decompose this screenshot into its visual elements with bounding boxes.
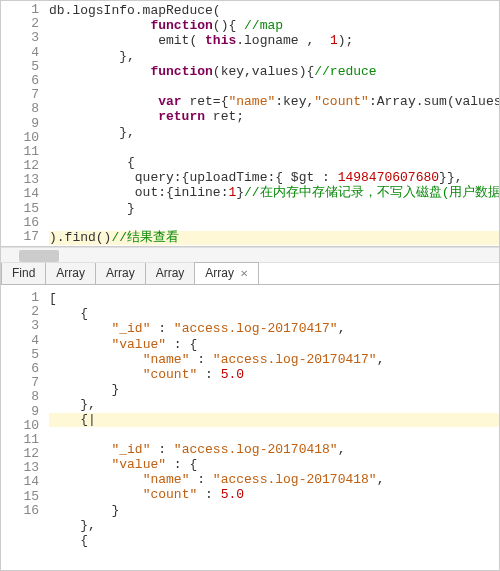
- editor-gutter: 1234567891011121314151617: [1, 1, 45, 246]
- code-line[interactable]: },: [49, 49, 135, 64]
- code-line[interactable]: "count" : 5.0: [49, 367, 244, 382]
- code-line[interactable]: function(){ //map: [49, 18, 283, 33]
- line-number: 9: [19, 405, 39, 419]
- line-number: 17: [19, 230, 39, 244]
- code-line[interactable]: {: [49, 155, 135, 170]
- line-number: 6: [19, 362, 39, 376]
- result-code[interactable]: [ { "_id" : "access.log-20170417", "valu…: [45, 289, 499, 569]
- code-line[interactable]: "_id" : "access.log-20170418",: [49, 442, 345, 457]
- line-number: 3: [19, 319, 39, 333]
- line-number: 8: [19, 102, 39, 116]
- code-line[interactable]: "_id" : "access.log-20170417",: [49, 321, 345, 336]
- tab-label: Array: [205, 266, 234, 280]
- code-line[interactable]: },: [49, 518, 96, 533]
- line-number: 11: [19, 145, 39, 159]
- code-line[interactable]: }: [49, 503, 119, 518]
- line-number: 1: [19, 291, 39, 305]
- line-number: 7: [19, 376, 39, 390]
- line-number: 15: [19, 202, 39, 216]
- line-number: 3: [19, 31, 39, 45]
- code-line[interactable]: query:{uploadTime:{ $gt : 1498470607680}…: [49, 170, 462, 185]
- line-number: 4: [19, 334, 39, 348]
- code-line[interactable]: [: [49, 291, 57, 306]
- line-number: 5: [19, 60, 39, 74]
- line-number: 4: [19, 46, 39, 60]
- code-line[interactable]: db.logsInfo.mapReduce(: [49, 3, 221, 18]
- code-line[interactable]: {: [49, 306, 88, 321]
- line-number: 5: [19, 348, 39, 362]
- horizontal-scrollbar[interactable]: [1, 247, 499, 263]
- result-tab-bar: FindArrayArrayArrayArray✕: [1, 263, 499, 285]
- code-line[interactable]: function(key,values){//reduce: [49, 64, 377, 79]
- line-number: 6: [19, 74, 39, 88]
- code-line[interactable]: return ret;: [49, 109, 244, 124]
- code-line[interactable]: "name" : "access.log-20170417",: [49, 352, 384, 367]
- line-number: 11: [19, 433, 39, 447]
- code-line[interactable]: out:{inline:1}//在内存中存储记录，不写入磁盘(用户数据量少的场景…: [49, 185, 499, 200]
- line-number: 13: [19, 173, 39, 187]
- line-number: 16: [19, 216, 39, 230]
- line-number: 8: [19, 390, 39, 404]
- code-line[interactable]: }: [49, 201, 135, 216]
- line-number: 9: [19, 117, 39, 131]
- code-line[interactable]: {: [49, 533, 88, 548]
- line-number: 14: [19, 187, 39, 201]
- line-number: 2: [19, 17, 39, 31]
- result-tab[interactable]: Find: [1, 262, 46, 284]
- line-number: 15: [19, 490, 39, 504]
- code-line[interactable]: },: [49, 125, 135, 140]
- line-number: 12: [19, 159, 39, 173]
- line-number: 10: [19, 419, 39, 433]
- result-gutter: 12345678910111213141516: [1, 289, 45, 569]
- code-line[interactable]: "value" : {: [49, 337, 197, 352]
- code-line[interactable]: emit( this.logname , 1);: [49, 33, 353, 48]
- tab-label: Array: [56, 266, 85, 280]
- code-line[interactable]: {|: [49, 413, 499, 427]
- code-line[interactable]: var ret={"name":key,"count":Array.sum(va…: [49, 94, 499, 109]
- tab-label: Array: [106, 266, 135, 280]
- result-tab[interactable]: Array: [45, 262, 96, 284]
- code-line[interactable]: "count" : 5.0: [49, 487, 244, 502]
- close-icon[interactable]: ✕: [240, 268, 248, 279]
- code-line[interactable]: },: [49, 397, 96, 412]
- editor-code[interactable]: db.logsInfo.mapReduce( function(){ //map…: [45, 1, 499, 246]
- code-line[interactable]: ).find()//结果查看: [49, 231, 499, 245]
- code-line[interactable]: "value" : {: [49, 457, 197, 472]
- result-tab[interactable]: Array: [95, 262, 146, 284]
- line-number: 1: [19, 3, 39, 17]
- line-number: 12: [19, 447, 39, 461]
- tab-label: Find: [12, 266, 35, 280]
- result-tab[interactable]: Array: [145, 262, 196, 284]
- code-line[interactable]: }: [49, 382, 119, 397]
- top-editor: 1234567891011121314151617 db.logsInfo.ma…: [1, 1, 499, 247]
- line-number: 13: [19, 461, 39, 475]
- line-number: 2: [19, 305, 39, 319]
- line-number: 7: [19, 88, 39, 102]
- result-editor: 12345678910111213141516 [ { "_id" : "acc…: [1, 289, 499, 569]
- line-number: 10: [19, 131, 39, 145]
- tab-label: Array: [156, 266, 185, 280]
- code-line[interactable]: "name" : "access.log-20170418",: [49, 472, 384, 487]
- scrollbar-thumb[interactable]: [19, 250, 59, 262]
- line-number: 16: [19, 504, 39, 518]
- result-tab[interactable]: Array✕: [194, 262, 259, 284]
- line-number: 14: [19, 475, 39, 489]
